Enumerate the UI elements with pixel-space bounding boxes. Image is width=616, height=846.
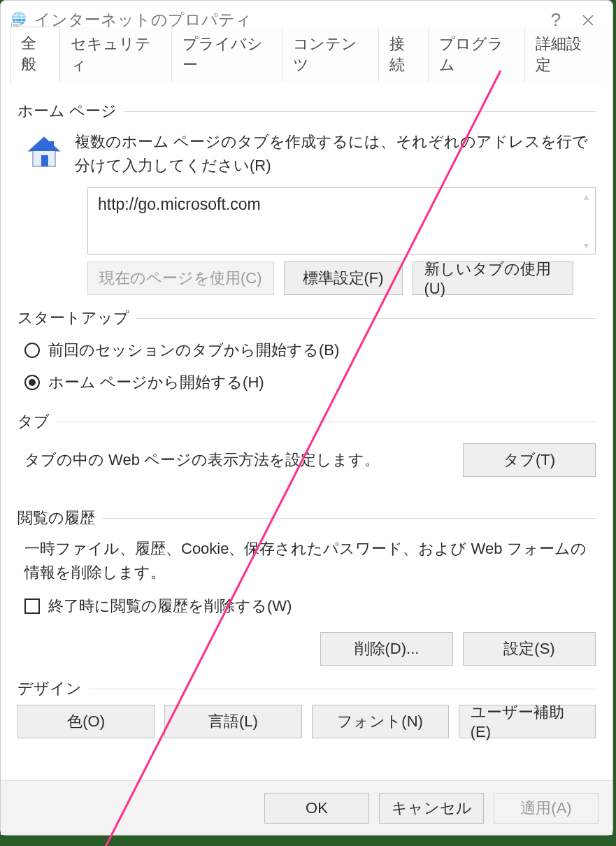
design-group-label: デザイン [17,678,82,699]
tab-programs[interactable]: プログラム [429,27,525,83]
browsing-history-group: 閲覧の履歴 一時ファイル、履歴、Cookie、保存されたパスワード、および We… [17,502,596,666]
use-new-tab-button[interactable]: 新しいタブの使用(U) [413,261,573,295]
home-page-instruction: 複数のホーム ページのタブを作成するには、それぞれのアドレスを行で分けて入力して… [75,130,596,178]
use-current-page-button: 現在のページを使用(C) [87,261,274,295]
tab-security[interactable]: セキュリティ [60,27,171,83]
tab-privacy[interactable]: プライバシー [172,27,282,83]
svg-marker-7 [29,137,59,151]
divider [136,318,596,319]
home-page-url-value: http://go.microsoft.com [98,195,261,213]
fonts-button[interactable]: フォント(N) [312,705,449,738]
tab-strip: 全般 セキュリティ プライバシー コンテンツ 接続 プログラム 詳細設定 [10,52,603,83]
dialog-footer: OK キャンセル 適用(A) [1,780,613,835]
ok-button[interactable]: OK [264,793,369,824]
home-page-group-label: ホーム ページ [17,101,117,122]
divider [124,111,596,112]
scroll-down-icon[interactable]: ▾ [584,240,589,251]
use-default-button[interactable]: 標準設定(F) [284,261,403,295]
startup-home-page-radio[interactable]: ホーム ページから開始する(H) [17,366,596,399]
home-page-group: ホーム ページ 複数のホーム ページのタブを作成するには、それぞれのアドレスを行… [17,95,596,295]
checkbox-icon [24,598,40,614]
tab-general[interactable]: 全般 [10,27,60,83]
radio-icon [24,343,40,358]
radio-checked-icon [24,375,40,390]
divider [89,689,596,689]
history-settings-button[interactable]: 設定(S) [463,632,596,666]
scroll-up-icon[interactable]: ▴ [584,191,589,202]
tabs-description: タブの中の Web ページの表示方法を設定します。 [24,450,380,471]
divider [102,518,596,519]
startup-last-session-radio[interactable]: 前回のセッションのタブから開始する(B) [17,334,596,366]
history-group-label: 閲覧の履歴 [17,508,95,529]
svg-rect-9 [50,141,54,148]
delete-history-button[interactable]: 削除(D)... [320,632,453,666]
tabs-settings-button[interactable]: タブ(T) [463,443,596,477]
cancel-button[interactable]: キャンセル [379,793,484,824]
home-page-url-input[interactable]: http://go.microsoft.com ▴ ▾ [87,187,596,254]
startup-group: スタートアップ 前回のセッションのタブから開始する(B) ホーム ページから開始… [17,302,596,399]
startup-group-label: スタートアップ [17,308,129,329]
svg-rect-3 [13,24,19,24]
tab-connections[interactable]: 接続 [379,27,429,83]
tabs-group-label: タブ [17,411,50,432]
radio-label: 前回のセッションのタブから開始する(B) [48,340,339,361]
colors-button[interactable]: 色(O) [17,705,155,738]
history-description: 一時ファイル、履歴、Cookie、保存されたパスワード、および Web フォーム… [17,534,596,590]
radio-label: ホーム ページから開始する(H) [48,372,264,393]
accessibility-button[interactable]: ユーザー補助(E) [459,705,596,738]
svg-rect-8 [41,155,48,166]
tabs-group: タブ タブの中の Web ページの表示方法を設定します。 タブ(T) [17,406,596,482]
tab-advanced[interactable]: 詳細設定 [525,27,603,83]
apply-button: 適用(A) [494,793,599,824]
delete-on-exit-checkbox[interactable]: 終了時に閲覧の履歴を削除する(W) [17,590,596,622]
internet-properties-dialog: インターネットのプロパティ ? 全般 セキュリティ プライバシー コンテンツ 接… [0,0,613,836]
divider [57,422,596,422]
general-panel: ホーム ページ 複数のホーム ページのタブを作成するには、それぞれのアドレスを行… [1,83,613,780]
design-group: デザイン 色(O) 言語(L) フォント(N) ユーザー補助(E) [17,673,596,738]
svg-rect-4 [13,25,19,26]
checkbox-label: 終了時に閲覧の履歴を削除する(W) [48,596,292,617]
languages-button[interactable]: 言語(L) [164,705,301,738]
tab-content[interactable]: コンテンツ [282,27,379,83]
home-icon [24,130,75,176]
scrollbar[interactable]: ▴ ▾ [580,191,592,251]
